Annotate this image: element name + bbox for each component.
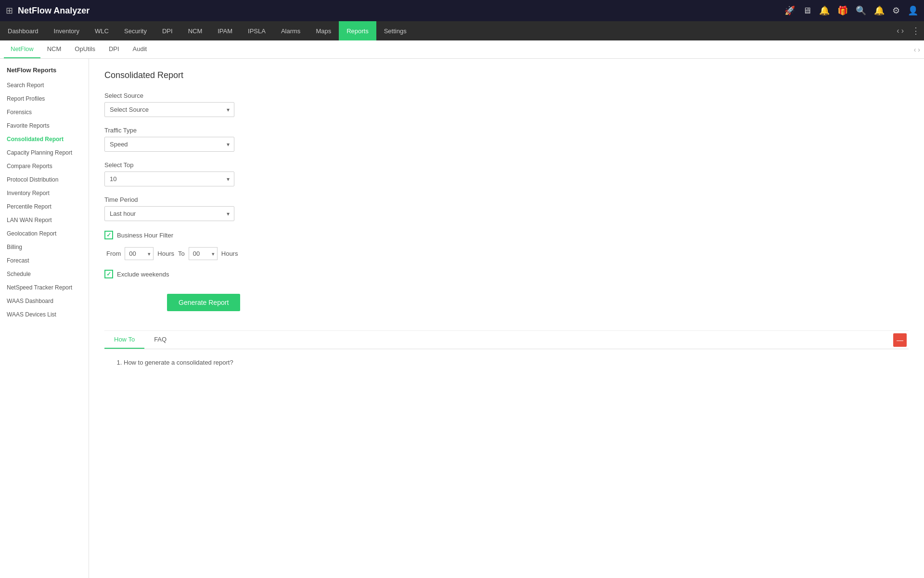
sidebar-item-inventory-report[interactable]: Inventory Report bbox=[0, 186, 89, 200]
sidebar-item-forensics[interactable]: Forensics bbox=[0, 105, 89, 119]
sub-next-icon[interactable]: › bbox=[918, 46, 920, 53]
nav-item-dashboard[interactable]: Dashboard bbox=[0, 21, 46, 40]
sidebar-item-favorite-reports[interactable]: Favorite Reports bbox=[0, 119, 89, 132]
select-top-group: Select Top 10 bbox=[104, 161, 909, 186]
hours-label-1: Hours bbox=[157, 250, 174, 257]
sidebar-item-compare-reports[interactable]: Compare Reports bbox=[0, 159, 89, 173]
business-hour-filter-row: Business Hour Filter bbox=[104, 231, 909, 239]
sub-nav-item-oputils[interactable]: OpUtils bbox=[68, 40, 102, 58]
nav-item-wlc[interactable]: WLC bbox=[87, 21, 116, 40]
sidebar-item-search-report[interactable]: Search Report bbox=[0, 79, 89, 92]
hours-row: From 00 Hours To 00 Hours bbox=[106, 247, 909, 260]
sidebar-item-netspeed-tracker-report[interactable]: NetSpeed Tracker Report bbox=[0, 281, 89, 294]
time-period-label: Time Period bbox=[104, 196, 909, 203]
sub-nav: NetFlowNCMOpUtilsDPIAudit ‹ › bbox=[0, 40, 924, 59]
generate-btn-container: Generate Report bbox=[104, 286, 909, 311]
sidebar-item-waas-devices-list[interactable]: WAAS Devices List bbox=[0, 308, 89, 321]
sub-nav-item-netflow[interactable]: NetFlow bbox=[4, 40, 40, 58]
nav-item-dpi[interactable]: DPI bbox=[154, 21, 180, 40]
bell-small-icon[interactable]: 🔔 bbox=[819, 5, 830, 16]
top-bar-left: ⊞ NetFlow Analyzer bbox=[6, 5, 90, 16]
to-label: To bbox=[178, 250, 185, 257]
select-top-wrapper: 10 bbox=[104, 171, 234, 186]
generate-report-button[interactable]: Generate Report bbox=[167, 294, 240, 311]
nav-item-ipsla[interactable]: IPSLA bbox=[240, 21, 273, 40]
traffic-type-label: Traffic Type bbox=[104, 127, 909, 134]
top-bar-right: 🚀 🖥 🔔 🎁 🔍 🔔 ⚙ 👤 bbox=[784, 5, 918, 16]
search-icon[interactable]: 🔍 bbox=[856, 5, 866, 16]
tab-faq[interactable]: FAQ bbox=[144, 331, 176, 349]
sidebar-item-protocol-distribution[interactable]: Protocol Distribution bbox=[0, 173, 89, 186]
gift-icon[interactable]: 🎁 bbox=[837, 5, 848, 16]
business-hour-filter-checkbox[interactable] bbox=[104, 231, 113, 239]
time-period-input[interactable]: Last hour bbox=[104, 206, 234, 221]
nav-next-icon[interactable]: › bbox=[901, 26, 904, 35]
list-item: How to generate a consolidated report? bbox=[124, 357, 899, 368]
bottom-tab-items: How To FAQ bbox=[104, 331, 176, 349]
sidebar-item-consolidated-report[interactable]: Consolidated Report bbox=[0, 132, 89, 146]
rocket-icon[interactable]: 🚀 bbox=[784, 5, 795, 16]
time-period-group: Time Period Last hour bbox=[104, 196, 909, 221]
time-period-wrapper: Last hour bbox=[104, 206, 234, 221]
select-top-input[interactable]: 10 bbox=[104, 171, 234, 186]
nav-item-inventory[interactable]: Inventory bbox=[46, 21, 87, 40]
nav-bar: DashboardInventoryWLCSecurityDPINCMIPAMI… bbox=[0, 21, 924, 40]
sidebar-item-report-profiles[interactable]: Report Profiles bbox=[0, 92, 89, 105]
sub-nav-item-ncm[interactable]: NCM bbox=[40, 40, 68, 58]
nav-item-alarms[interactable]: Alarms bbox=[273, 21, 308, 40]
bottom-section: How To FAQ — How to generate a consolida… bbox=[104, 330, 909, 376]
tab-howto[interactable]: How To bbox=[104, 331, 144, 349]
bottom-close-button[interactable]: — bbox=[893, 333, 907, 347]
nav-dots-icon[interactable]: ⋮ bbox=[908, 26, 924, 36]
business-hour-filter-label: Business Hour Filter bbox=[117, 232, 173, 239]
sidebar-item-forecast[interactable]: Forecast bbox=[0, 254, 89, 267]
nav-items: DashboardInventoryWLCSecurityDPINCMIPAMI… bbox=[0, 21, 414, 40]
nav-item-maps[interactable]: Maps bbox=[308, 21, 339, 40]
from-hours-input[interactable]: 00 bbox=[125, 247, 154, 260]
main-content: Consolidated Report Select Source Select… bbox=[89, 59, 924, 578]
nav-item-reports[interactable]: Reports bbox=[339, 21, 376, 40]
sidebar-item-percentile-report[interactable]: Percentile Report bbox=[0, 200, 89, 213]
sub-nav-item-audit[interactable]: Audit bbox=[126, 40, 154, 58]
sidebar-item-lan-wan-report[interactable]: LAN WAN Report bbox=[0, 213, 89, 227]
exclude-weekends-checkbox[interactable] bbox=[104, 270, 113, 278]
select-source-label: Select Source bbox=[104, 92, 909, 99]
nav-item-ncm[interactable]: NCM bbox=[180, 21, 210, 40]
page-title: Consolidated Report bbox=[104, 70, 909, 80]
to-hours-wrapper: 00 bbox=[189, 247, 218, 260]
sidebar: NetFlow Reports Search ReportReport Prof… bbox=[0, 59, 89, 578]
sidebar-item-geolocation-report[interactable]: Geolocation Report bbox=[0, 227, 89, 240]
traffic-type-group: Traffic Type Speed bbox=[104, 127, 909, 152]
exclude-weekends-label: Exclude weekends bbox=[117, 271, 169, 278]
monitor-icon[interactable]: 🖥 bbox=[803, 6, 811, 16]
sub-nav-item-dpi[interactable]: DPI bbox=[102, 40, 126, 58]
to-hours-input[interactable]: 00 bbox=[189, 247, 218, 260]
sidebar-item-capacity-planning-report[interactable]: Capacity Planning Report bbox=[0, 146, 89, 159]
sub-prev-icon[interactable]: ‹ bbox=[914, 46, 916, 53]
sub-nav-right: ‹ › bbox=[914, 46, 920, 53]
grid-icon[interactable]: ⊞ bbox=[6, 5, 13, 16]
exclude-weekends-row: Exclude weekends bbox=[104, 270, 909, 278]
top-bar: ⊞ NetFlow Analyzer 🚀 🖥 🔔 🎁 🔍 🔔 ⚙ 👤 bbox=[0, 0, 924, 21]
nav-item-ipam[interactable]: IPAM bbox=[210, 21, 240, 40]
user-icon[interactable]: 👤 bbox=[908, 5, 918, 16]
nav-item-security[interactable]: Security bbox=[116, 21, 154, 40]
traffic-type-input[interactable]: Speed bbox=[104, 137, 234, 152]
sub-nav-items: NetFlowNCMOpUtilsDPIAudit bbox=[4, 40, 154, 58]
traffic-type-wrapper: Speed bbox=[104, 137, 234, 152]
nav-item-settings[interactable]: Settings bbox=[376, 21, 414, 40]
select-source-wrapper: Select Source bbox=[104, 102, 234, 117]
sidebar-item-schedule[interactable]: Schedule bbox=[0, 267, 89, 281]
sidebar-item-billing[interactable]: Billing bbox=[0, 240, 89, 254]
sidebar-title: NetFlow Reports bbox=[0, 59, 89, 79]
select-source-input[interactable]: Select Source bbox=[104, 102, 234, 117]
bottom-tabs: How To FAQ — bbox=[104, 331, 909, 349]
app-title: NetFlow Analyzer bbox=[18, 6, 90, 16]
hours-label-2: Hours bbox=[221, 250, 238, 257]
bell-icon[interactable]: 🔔 bbox=[874, 5, 885, 16]
from-label: From bbox=[106, 250, 121, 257]
gear-icon[interactable]: ⚙ bbox=[892, 5, 900, 16]
sidebar-item-waas-dashboard[interactable]: WAAS Dashboard bbox=[0, 294, 89, 308]
nav-prev-icon[interactable]: ‹ bbox=[897, 26, 899, 35]
bottom-content: How to generate a consolidated report? bbox=[104, 349, 909, 376]
